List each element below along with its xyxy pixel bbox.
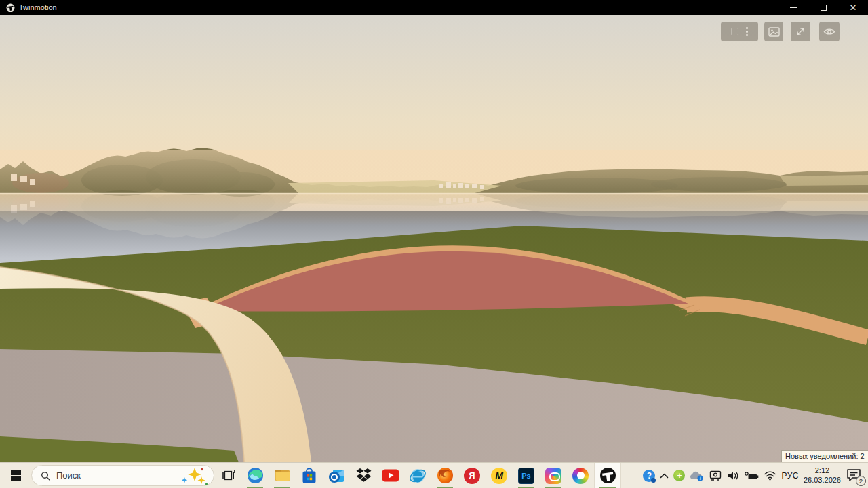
photoshop-icon: Ps — [518, 468, 534, 484]
taskbar-app-color-swirl[interactable] — [567, 463, 594, 488]
windows-logo-icon — [11, 470, 21, 481]
time: 2:12 — [804, 466, 841, 476]
notification-tooltip: Новых уведомлений: 2 — [781, 450, 868, 462]
twinmotion-logo-icon — [6, 3, 15, 12]
title-bar: Twinmotion ✕ — [0, 0, 868, 15]
notification-badge: 2 — [856, 476, 866, 486]
search-highlights-icon — [181, 466, 208, 485]
show-hidden-icons-button[interactable] — [660, 473, 669, 479]
thumbnail-placeholder-icon — [731, 28, 738, 35]
search-placeholder: Поиск — [56, 470, 81, 481]
taskbar-app-file-explorer[interactable] — [269, 463, 296, 488]
task-view-icon — [222, 470, 235, 481]
taskbar-app-twinmotion[interactable] — [594, 463, 621, 488]
taskbar-app-outlook[interactable] — [323, 463, 350, 488]
edge-icon — [247, 467, 264, 484]
speaker-icon — [727, 470, 740, 481]
scene-render — [0, 15, 868, 462]
close-icon: ✕ — [850, 3, 857, 12]
minimize-button[interactable] — [778, 0, 808, 15]
file-explorer-icon — [274, 467, 291, 484]
window-title: Twinmotion — [19, 3, 57, 12]
wifi-icon — [764, 470, 776, 481]
display-icon — [709, 470, 722, 481]
wireless-display-tray-icon[interactable] — [709, 470, 722, 481]
taskbar-app-miro[interactable]: M — [486, 463, 513, 488]
color-swirl-icon — [572, 468, 589, 484]
internet-explorer-icon — [409, 467, 427, 485]
pinned-apps: Я M Ps — [241, 463, 621, 488]
eye-icon — [823, 27, 835, 36]
more-options-icon — [746, 27, 748, 36]
wifi-tray-icon[interactable] — [764, 470, 776, 481]
search-box[interactable]: Поиск — [31, 465, 214, 486]
taskbar-app-internet-explorer[interactable] — [404, 463, 431, 488]
restore-button[interactable] — [808, 0, 838, 15]
screenshot-button[interactable] — [764, 22, 783, 41]
clock[interactable]: 2:12 26.03.2026 — [804, 466, 841, 485]
horizon-haze — [0, 150, 868, 193]
cloud-tray-icon[interactable]: i — [690, 470, 704, 481]
3d-viewport[interactable]: Новых уведомлений: 2 — [0, 15, 868, 462]
antivirus-tray-icon[interactable]: + — [673, 470, 685, 481]
miro-icon: M — [491, 468, 507, 484]
taskbar-app-photoshop[interactable]: Ps — [513, 463, 540, 488]
chevron-up-icon — [660, 473, 669, 479]
notification-center-button[interactable]: 2 — [846, 468, 863, 484]
image-icon — [768, 27, 780, 37]
language-indicator[interactable]: РУС — [781, 471, 799, 481]
fullscreen-button[interactable] — [791, 22, 810, 41]
taskbar-app-adobe-creative-cloud[interactable] — [540, 463, 567, 488]
dropbox-icon — [355, 468, 372, 483]
yandex-icon: Я — [464, 468, 480, 484]
cloud-icon: i — [690, 470, 704, 481]
expand-icon — [795, 26, 806, 37]
taskbar-app-firefox[interactable] — [431, 463, 458, 488]
help-tray-icon[interactable]: ? — [643, 470, 655, 482]
power-tray-icon[interactable] — [745, 471, 759, 481]
start-button[interactable] — [0, 463, 31, 488]
taskbar: Поиск — [0, 462, 868, 488]
system-tray: ? + i — [643, 463, 868, 488]
microsoft-store-icon — [301, 468, 317, 484]
task-view-button[interactable] — [216, 463, 241, 488]
taskbar-app-youtube[interactable] — [377, 463, 404, 488]
battery-icon — [745, 471, 759, 481]
close-button[interactable]: ✕ — [838, 0, 868, 15]
adobe-creative-cloud-icon — [545, 468, 561, 484]
visibility-button[interactable] — [819, 22, 840, 41]
volume-tray-icon[interactable] — [727, 470, 740, 481]
firefox-icon — [437, 467, 454, 484]
outlook-icon — [328, 468, 345, 484]
twinmotion-taskbar-icon — [599, 467, 616, 484]
taskbar-app-yandex[interactable]: Я — [458, 463, 486, 488]
restore-icon — [821, 5, 827, 11]
minimize-icon — [790, 7, 797, 8]
youtube-icon — [382, 469, 399, 482]
viewport-options-button[interactable] — [721, 22, 758, 41]
taskbar-app-microsoft-store[interactable] — [296, 463, 323, 488]
taskbar-app-edge[interactable] — [241, 463, 269, 488]
date: 26.03.2026 — [804, 476, 841, 485]
taskbar-app-dropbox[interactable] — [350, 463, 377, 488]
search-icon — [41, 471, 50, 481]
